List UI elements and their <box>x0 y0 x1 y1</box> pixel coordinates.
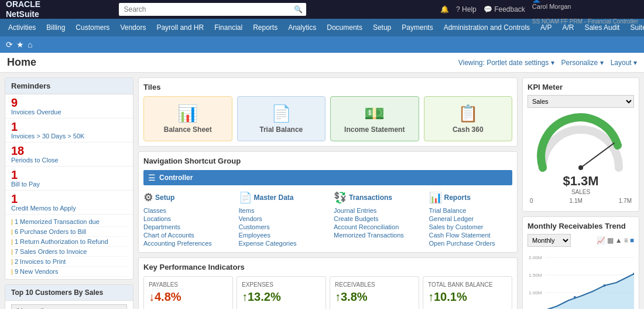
kpi-bank-value: ↑10.1% <box>428 290 507 304</box>
shortcut-masterdata: 📄 Master Data Items Vendors Customers Em… <box>239 191 323 247</box>
kpi-receivables: RECEIVABLES ↑3.8% <box>330 276 419 309</box>
shortcut-memorized-tx[interactable]: Memorized Transactions <box>334 231 417 239</box>
shortcut-general-ledger[interactable]: General Ledger <box>429 215 513 223</box>
home-icon[interactable]: ⟳ <box>6 40 13 49</box>
help-link[interactable]: ? Help <box>456 5 477 13</box>
shortcut-budgets[interactable]: Create Budgets <box>334 215 417 223</box>
shortcut-classes[interactable]: Classes <box>143 206 227 215</box>
nav-activities[interactable]: Activities <box>4 21 40 34</box>
nav-salesaudit[interactable]: Sales Audit <box>580 21 624 34</box>
reminder-bill: 1 Bill to Pay <box>5 167 133 191</box>
gauge-max: 1.7M <box>619 198 632 204</box>
kpi-payables-chart <box>149 306 228 309</box>
shortcut-reconciliation[interactable]: Account Reconciliation <box>334 223 417 231</box>
viewing-portlet[interactable]: Viewing: Portlet date settings ▾ <box>458 59 554 67</box>
center-panel: Tiles 📊 Balance Sheet 📄 Trial Balance 💵 … <box>138 77 518 309</box>
nav-payments[interactable]: Payments <box>397 21 437 34</box>
shortcut-open-po[interactable]: Open Purchase Orders <box>429 239 513 247</box>
kpi-expenses-chart <box>242 306 321 309</box>
nav-vendors[interactable]: Vendors <box>115 21 150 34</box>
nav-suiteapps[interactable]: SuiteApps <box>625 21 644 34</box>
shortcut-chart[interactable]: Chart of Accounts <box>143 231 227 239</box>
reminder-label-4[interactable]: Bill to Pay <box>11 181 127 188</box>
shortcut-customers[interactable]: Customers <box>239 223 323 231</box>
nav-analytics[interactable]: Analytics <box>283 21 321 34</box>
trend-blue-icon[interactable]: ■ <box>630 236 634 245</box>
right-panel: KPI Meter Sales Payables Receivables $1.… <box>522 77 639 309</box>
trend-data-icon[interactable]: ≡ <box>624 236 628 245</box>
reminder-periods: 18 Periods to Close <box>5 142 133 167</box>
reminder-list-5[interactable]: 2 Invoices to Print <box>11 257 127 267</box>
layout-button[interactable]: Layout ▾ <box>611 59 637 67</box>
trend-line-icon[interactable]: 📈 <box>597 236 605 245</box>
nav-ar[interactable]: A/R <box>557 21 578 34</box>
personalize-button[interactable]: Personalize ▾ <box>561 59 604 67</box>
kpi-meter-select[interactable]: Sales Payables Receivables <box>527 95 634 108</box>
reminder-list-6[interactable]: 9 New Vendors <box>11 267 127 277</box>
trend-area-icon[interactable]: ▲ <box>615 236 622 245</box>
top10-header: Top 10 Customers By Sales <box>5 285 133 301</box>
reminder-30days: 1 Invoices > 30 Days > 50K <box>5 118 133 142</box>
reminder-list-3[interactable]: 1 Return Authorization to Refund <box>11 237 127 247</box>
reminder-label-2[interactable]: Invoices > 30 Days > 50K <box>11 133 127 140</box>
nav-setup[interactable]: Setup <box>368 21 396 34</box>
reminder-label-1[interactable]: Invoices Overdue <box>11 108 127 116</box>
shortcut-employees[interactable]: Employees <box>239 231 323 239</box>
trend-bar-icon[interactable]: ▦ <box>607 236 614 245</box>
feedback-link[interactable]: 💬 Feedback <box>484 5 525 13</box>
page-header: Home Viewing: Portlet date settings ▾ Pe… <box>0 53 644 73</box>
kpi-payables-label: PAYABLES <box>149 281 228 288</box>
reminder-label-3[interactable]: Periods to Close <box>11 157 127 164</box>
notifications-icon[interactable]: 🔔 <box>440 5 449 13</box>
search-input[interactable] <box>119 3 306 16</box>
shortcut-journal[interactable]: Journal Entries <box>334 206 417 215</box>
kpi-receivables-value: ↑3.8% <box>335 290 414 304</box>
cash360-icon: 📋 <box>458 104 478 123</box>
nav-ap[interactable]: A/P <box>536 21 556 34</box>
nav-financial[interactable]: Financial <box>210 21 247 34</box>
shortcut-vendors[interactable]: Vendors <box>239 215 323 223</box>
monthly-trend-panel: Monthly Receivables Trend Monthly Weekly… <box>522 216 639 309</box>
nav-payroll[interactable]: Payroll and HR <box>152 21 208 34</box>
tile-trial-balance[interactable]: 📄 Trial Balance <box>237 96 326 141</box>
reminder-count-2: 1 <box>11 121 127 133</box>
shortcut-cashflow[interactable]: Cash Flow Statement <box>429 231 513 239</box>
nav-admin[interactable]: Administration and Controls <box>439 21 535 34</box>
nav-reports[interactable]: Reports <box>248 21 282 34</box>
reminders-header: Reminders <box>5 78 133 94</box>
star-icon[interactable]: ★ <box>16 40 24 49</box>
tile-balance-sheet[interactable]: 📊 Balance Sheet <box>143 96 232 141</box>
svg-text:1.50M: 1.50M <box>529 273 542 278</box>
svg-line-1 <box>581 143 614 168</box>
tile-income-statement[interactable]: 💵 Income Statement <box>330 96 419 141</box>
reminder-list-1[interactable]: 1 Memorized Transaction due <box>11 217 127 227</box>
top10-select[interactable]: this month last month this quarter <box>11 304 127 309</box>
setup-gear-icon: ⚙ <box>143 191 153 204</box>
nav-billing[interactable]: Billing <box>42 21 70 34</box>
page-title: Home <box>7 56 36 69</box>
reminder-list-4[interactable]: 7 Sales Orders to Invoice <box>11 247 127 257</box>
shortcut-expense-cat[interactable]: Expense Categories <box>239 239 323 247</box>
shortcut-sales-customer[interactable]: Sales by Customer <box>429 223 513 231</box>
shortcut-locations[interactable]: Locations <box>143 215 227 223</box>
shortcut-items[interactable]: Items <box>239 206 323 215</box>
nav-customers[interactable]: Customers <box>71 21 114 34</box>
trend-period-select[interactable]: Monthly Weekly Quarterly <box>527 234 571 247</box>
reminder-list-2[interactable]: 6 Purchase Orders to Bill <box>11 227 127 237</box>
shortcut-setup-title: ⚙ Setup <box>143 191 227 204</box>
kpi-payables: PAYABLES ↓4.8% <box>143 276 233 309</box>
trend-controls: Monthly Weekly Quarterly 📈 ▦ ▲ ≡ ■ <box>527 234 634 247</box>
logo-line1: ORACLE <box>6 0 40 9</box>
top-bar: ORACLE NetSuite 🔍 🔔 ? Help 💬 Feedback 👤 … <box>0 0 644 19</box>
shortcut-transactions: 💱 Transactions Journal Entries Create Bu… <box>334 191 417 247</box>
shortcut-trial-balance[interactable]: Trial Balance <box>429 206 513 215</box>
house-icon[interactable]: ⌂ <box>28 40 32 49</box>
nav-shortcut-title: Navigation Shortcut Group <box>143 157 512 165</box>
reports-chart-icon: 📊 <box>429 191 442 204</box>
nav-documents[interactable]: Documents <box>322 21 367 34</box>
reminder-label-5[interactable]: Credit Memos to Apply <box>11 205 127 212</box>
tile-cash360[interactable]: 📋 Cash 360 <box>424 96 513 141</box>
shortcut-departments[interactable]: Departments <box>143 223 227 231</box>
shortcut-groups: ⚙ Setup Classes Locations Departments Ch… <box>143 191 512 247</box>
shortcut-accounting-pref[interactable]: Accounting Preferences <box>143 239 227 247</box>
